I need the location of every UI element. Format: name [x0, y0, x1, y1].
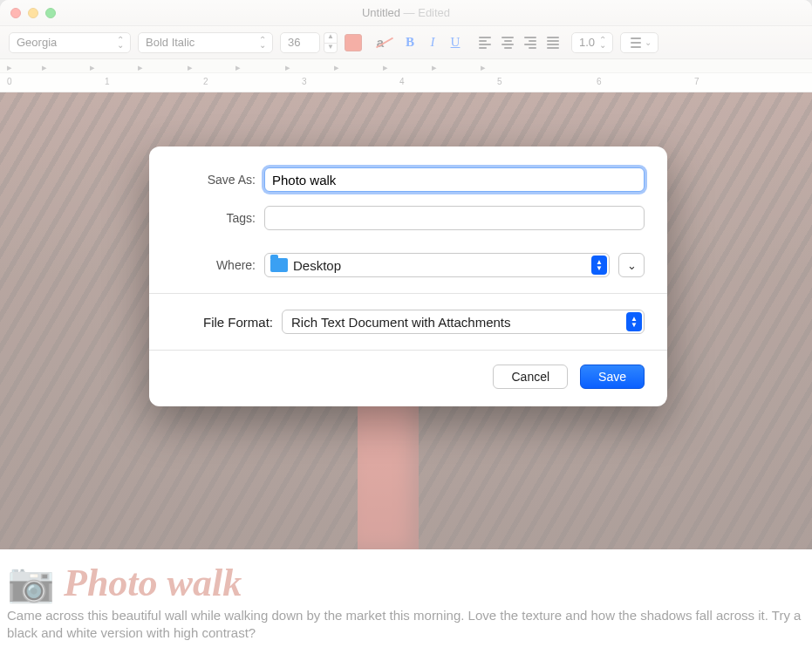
where-value: Desktop	[293, 258, 586, 273]
save-button[interactable]: Save	[580, 365, 645, 389]
file-format-row: File Format: Rich Text Document with Att…	[149, 294, 667, 350]
tags-row: Tags:	[149, 201, 667, 235]
tags-label: Tags:	[172, 211, 264, 225]
expand-dialog-button[interactable]: ⌄	[618, 253, 645, 277]
save-as-input[interactable]	[264, 167, 645, 192]
where-label: Where:	[172, 258, 264, 272]
tags-input[interactable]	[264, 206, 645, 230]
file-format-label: File Format:	[172, 315, 282, 330]
file-format-value: Rich Text Document with Attachments	[291, 315, 626, 330]
save-dialog: Save As: Tags: Where: Desktop ▲▼ ⌄ File …	[149, 147, 667, 406]
file-format-dropdown[interactable]: Rich Text Document with Attachments ▲▼	[282, 310, 645, 334]
cancel-button[interactable]: Cancel	[493, 365, 568, 389]
where-dropdown[interactable]: Desktop ▲▼	[264, 253, 610, 277]
where-row: Where: Desktop ▲▼ ⌄	[149, 239, 667, 293]
chevron-down-icon: ⌄	[627, 259, 637, 272]
save-as-label: Save As:	[172, 173, 264, 187]
chevron-updown-icon: ▲▼	[626, 312, 642, 331]
folder-icon	[270, 258, 288, 272]
dialog-button-row: Cancel Save	[149, 351, 667, 406]
save-as-row: Save As:	[149, 162, 667, 197]
chevron-updown-icon: ▲▼	[591, 256, 607, 275]
app-window: Untitled — Edited Georgia Bold Italic 36…	[0, 0, 812, 661]
